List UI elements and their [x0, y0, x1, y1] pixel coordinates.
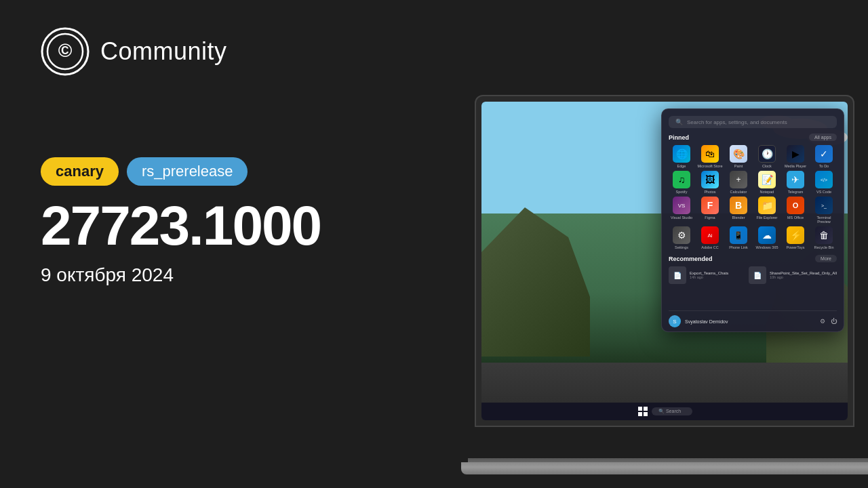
calculator-icon: +	[730, 171, 747, 188]
app-edge[interactable]: 🌐 Edge	[669, 145, 694, 168]
app-todo[interactable]: ✓ To Do	[811, 145, 837, 168]
spotify-icon: ♫	[673, 171, 690, 188]
notepad-label: Notepad	[760, 190, 774, 194]
recommended-label: Recommended	[669, 256, 713, 262]
terminal-icon: >_	[815, 197, 833, 214]
svg-rect-5	[638, 412, 642, 416]
rec-icon-1: 📄	[749, 266, 766, 284]
recommended-section: Recommended More 📄 Export_Teams_Chats 14…	[669, 255, 837, 284]
app-paint[interactable]: 🎨 Paint	[726, 145, 751, 168]
edge-icon: 🌐	[673, 145, 690, 163]
svg-text:©: ©	[58, 40, 73, 61]
community-logo-icon: ©	[41, 27, 90, 76]
recommended-items: 📄 Export_Teams_Chats 14h ago 📄	[669, 266, 837, 284]
app-recyclebin[interactable]: 🗑 Recycle Bin	[811, 226, 837, 249]
start-menu-footer: S Svyatoslav Demidov ⚙ ⏻	[669, 310, 837, 327]
clock-label: Clock	[762, 164, 772, 168]
app-blender[interactable]: B Blender	[726, 197, 751, 224]
badge-prerelease: rs_prerelease	[127, 157, 248, 186]
app-telegram[interactable]: ✈ Telegram	[783, 171, 808, 194]
rec-item-1[interactable]: 📄 SharePoint_Site_Set_Read_Only_All 10h …	[749, 266, 837, 284]
powertoys-icon: ⚡	[787, 226, 804, 244]
svg-rect-6	[644, 412, 648, 416]
settings-label: Settings	[675, 245, 688, 249]
msoffice-icon: O	[787, 197, 804, 214]
edge-label: Edge	[677, 164, 686, 168]
telegram-label: Telegram	[788, 190, 804, 194]
start-menu[interactable]: 🔍 Search for apps, settings, and documen…	[661, 108, 844, 332]
right-panel: 🔍 Search for apps, settings, and documen…	[434, 0, 868, 488]
figma-label: Figma	[705, 216, 715, 220]
app-vstudio[interactable]: VS Visual Studio	[669, 197, 694, 224]
svg-rect-3	[638, 407, 642, 411]
settings-icon: ⚙	[673, 226, 690, 244]
notepad-icon: 📝	[758, 171, 776, 188]
app-terminal[interactable]: >_ Terminal Preview	[811, 197, 837, 224]
clock-icon: 🕐	[758, 145, 776, 163]
search-placeholder: Search for apps, settings, and documents	[687, 119, 787, 125]
taskbar[interactable]: 🔍 Search	[481, 403, 848, 420]
app-adobecc[interactable]: Ai Adobe CC	[697, 226, 723, 249]
fileexplorer-icon: 📁	[758, 197, 776, 214]
paint-icon: 🎨	[730, 145, 747, 163]
app-mediaplayer[interactable]: ▶ Media Player	[783, 145, 808, 168]
app-settings[interactable]: ⚙ Settings	[669, 226, 694, 249]
recommended-header: Recommended More	[669, 255, 837, 262]
screen-bezel: 🔍 Search for apps, settings, and documen…	[475, 95, 854, 427]
app-vscode[interactable]: </> VS Code	[811, 171, 837, 194]
rec-item-0[interactable]: 📄 Export_Teams_Chats 14h ago	[669, 266, 743, 284]
spotify-label: Spotify	[676, 190, 688, 194]
photos-icon: 🖼	[701, 171, 719, 188]
store-label: Microsoft Store	[698, 164, 723, 168]
laptop-mockup: 🔍 Search for apps, settings, and documen…	[454, 81, 868, 474]
rec-icon-0: 📄	[669, 266, 686, 284]
pinned-label: Pinned	[669, 134, 689, 141]
app-msoffice[interactable]: O MS Office	[783, 197, 808, 224]
todo-icon: ✓	[815, 145, 833, 163]
app-calculator[interactable]: + Calculator	[726, 171, 751, 194]
app-phonelink[interactable]: 📱 Phone Link	[726, 226, 751, 249]
phonelink-icon: 📱	[730, 226, 747, 244]
app-store[interactable]: 🛍 Microsoft Store	[697, 145, 723, 168]
telegram-icon: ✈	[787, 171, 804, 188]
laptop-base	[461, 462, 868, 474]
all-apps-link[interactable]: All apps	[809, 134, 837, 141]
app-clock[interactable]: 🕐 Clock	[754, 145, 780, 168]
left-panel: © Community canary rs_prerelease 27723.1…	[0, 0, 434, 488]
search-icon: 🔍	[675, 119, 683, 125]
app-fileexplorer[interactable]: 📁 File Explorer	[754, 197, 780, 224]
app-powertoys[interactable]: ⚡ PowerToys	[783, 226, 808, 249]
laptop-body: 🔍 Search for apps, settings, and documen…	[461, 95, 868, 474]
paint-label: Paint	[734, 164, 743, 168]
adobecc-label: Adobe CC	[701, 245, 718, 249]
rec-time-1: 10h ago	[770, 275, 837, 279]
recyclebin-label: Recycle Bin	[814, 245, 833, 249]
logo-area: © Community	[41, 27, 393, 76]
todo-label: To Do	[819, 164, 829, 168]
rec-time-0: 14h ago	[690, 275, 728, 279]
app-notepad[interactable]: 📝 Notepad	[754, 171, 780, 194]
pinned-apps-grid: 🌐 Edge 🛍 Microsoft Store 🎨 Paint	[669, 145, 837, 249]
vstudio-label: Visual Studio	[671, 216, 692, 220]
app-windows365[interactable]: ☁ Windows 365	[754, 226, 780, 249]
vscode-label: VS Code	[816, 190, 831, 194]
taskbar-search[interactable]: 🔍 Search	[652, 407, 692, 415]
app-figma[interactable]: F Figma	[697, 197, 723, 224]
start-search-bar[interactable]: 🔍 Search for apps, settings, and documen…	[669, 116, 837, 128]
rec-text-0: Export_Teams_Chats 14h ago	[690, 271, 728, 279]
windows-button[interactable]	[637, 405, 649, 418]
recyclebin-icon: 🗑	[815, 226, 833, 244]
more-link[interactable]: More	[815, 255, 837, 262]
app-photos[interactable]: 🖼 Photos	[697, 171, 723, 194]
user-profile[interactable]: S Svyatoslav Demidov	[669, 315, 728, 327]
power-settings-icon[interactable]: ⚙	[820, 318, 825, 325]
app-spotify[interactable]: ♫ Spotify	[669, 171, 694, 194]
screen-inner: 🔍 Search for apps, settings, and documen…	[481, 102, 848, 420]
svg-rect-4	[644, 407, 648, 411]
username: Svyatoslav Demidov	[685, 319, 728, 324]
power-button-icon[interactable]: ⏻	[831, 318, 837, 325]
blender-icon: B	[730, 197, 747, 214]
cliff-left	[481, 207, 590, 357]
figma-icon: F	[701, 197, 719, 214]
store-icon: 🛍	[701, 145, 719, 163]
